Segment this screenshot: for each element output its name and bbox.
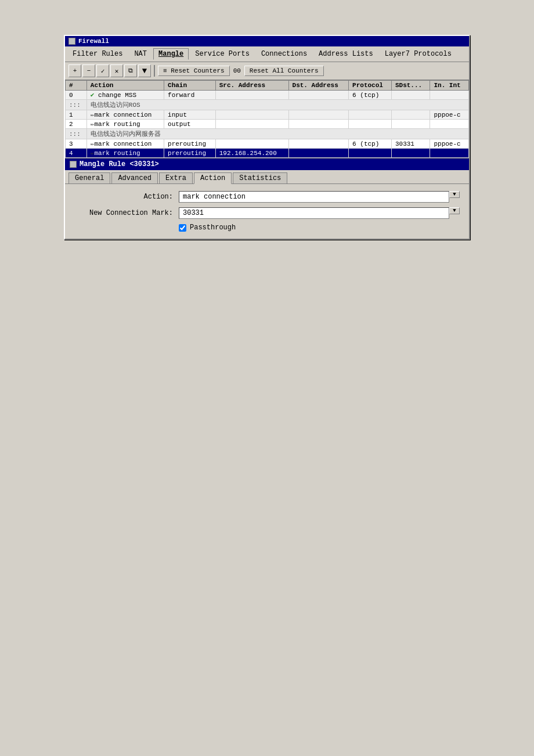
table-row[interactable]: 3 ✏mark connection prerouting 6 (tcp) 30…: [66, 139, 469, 149]
cell-src: [215, 120, 288, 129]
cell-protocol: 6 (tcp): [349, 91, 392, 100]
table-row-selected[interactable]: 4 ✏mark routing prerouting 192.168.254.2…: [66, 149, 469, 158]
cell-in-int: [430, 149, 469, 158]
reset-all-counters-button[interactable]: Reset All Counters: [244, 66, 324, 76]
passthrough-label: Passthrough: [190, 224, 236, 232]
menu-bar: Filter Rules NAT Mangle Service Ports Co…: [65, 46, 469, 62]
separator-label: 00: [231, 67, 243, 74]
table-row[interactable]: 0 ✔ change MSS forward 6 (tcp): [66, 91, 469, 100]
action-input[interactable]: [179, 191, 449, 203]
tab-detail-statistics[interactable]: Statistics: [233, 172, 287, 183]
cell-src: [215, 91, 288, 100]
cell-in-int: [430, 120, 469, 129]
cell-src: [215, 139, 288, 149]
rule-detail-panel: Mangle Rule <30331> General Advanced Ext…: [65, 159, 469, 239]
tab-nat[interactable]: NAT: [129, 48, 152, 60]
col-protocol: Protocol: [349, 81, 392, 91]
cell-dst: [288, 149, 349, 158]
tab-connections[interactable]: Connections: [256, 48, 312, 60]
col-num: #: [66, 81, 87, 91]
detail-tabs: General Advanced Extra Action Statistics: [65, 170, 469, 184]
new-connection-mark-row: New Connection Mark: ▼: [74, 207, 460, 219]
passthrough-checkbox[interactable]: [179, 224, 186, 232]
cell-num: 1: [66, 110, 87, 120]
cell-sdst: [391, 120, 430, 129]
reset-counters-button[interactable]: ≡ Reset Counters: [158, 66, 230, 76]
cell-chain: prerouting: [164, 139, 216, 149]
cell-sdst: [391, 149, 430, 158]
table-row[interactable]: 1 ✏mark connection input pppoe-c: [66, 110, 469, 120]
cell-protocol: [349, 120, 392, 129]
col-sdst: SDst...: [391, 81, 430, 91]
toolbar-separator: [154, 65, 155, 77]
toolbar: + − ✓ ✕ ⧉ ▼ ≡ Reset Counters 00 Reset Al…: [65, 62, 469, 80]
rule-detail-title-bar: Mangle Rule <30331>: [65, 159, 469, 170]
cell-chain: forward: [164, 91, 216, 100]
detail-content: Action: ▼ New Connection Mark: ▼ Passthr…: [65, 184, 469, 239]
cell-num: 3: [66, 139, 87, 149]
action-dropdown-btn[interactable]: ▼: [449, 191, 460, 198]
col-in-int: In. Int: [430, 81, 469, 91]
detail-window-icon: [70, 161, 77, 168]
new-connection-mark-label: New Connection Mark:: [74, 209, 179, 217]
cell-dst: [288, 120, 349, 129]
rules-table: # Action Chain Src. Address Dst. Address…: [65, 80, 469, 158]
tab-detail-extra[interactable]: Extra: [159, 172, 193, 183]
col-dst-address: Dst. Address: [288, 81, 349, 91]
cell-action: ✏mark connection: [86, 139, 164, 149]
cell-comment-sep: :::: [66, 100, 87, 110]
passthrough-row: Passthrough: [179, 224, 460, 232]
action-input-container: ▼: [179, 191, 460, 203]
tab-layer7-protocols[interactable]: Layer7 Protocols: [380, 48, 457, 60]
comment-row: ::: 电信线边访问内网服务器: [66, 129, 469, 139]
cell-sdst: [391, 110, 430, 120]
title-bar: Firewall: [65, 36, 469, 46]
cell-num: 4: [66, 149, 87, 158]
pencil-icon: ✏: [91, 141, 95, 147]
new-connection-mark-input[interactable]: [179, 207, 449, 219]
cell-protocol: 6 (tcp): [349, 139, 392, 149]
pencil-icon: ✏: [91, 111, 95, 118]
disable-button[interactable]: ✕: [110, 64, 123, 77]
cell-dst: [288, 110, 349, 120]
remove-button[interactable]: −: [82, 64, 95, 77]
cell-sdst: 30331: [391, 139, 430, 149]
col-action: Action: [86, 81, 164, 91]
table-row[interactable]: 2 ✏mark routing output: [66, 120, 469, 129]
cell-num: 2: [66, 120, 87, 129]
filter-button[interactable]: ▼: [138, 64, 151, 77]
add-button[interactable]: +: [68, 64, 81, 77]
tab-detail-action[interactable]: Action: [194, 172, 232, 184]
rules-table-container: # Action Chain Src. Address Dst. Address…: [65, 80, 469, 159]
cell-action: ✏mark routing: [86, 120, 164, 129]
cell-action: ✏mark connection: [86, 110, 164, 120]
cell-dst: [288, 91, 349, 100]
cell-in-int: pppoe-c: [430, 139, 469, 149]
rule-detail-title: Mangle Rule <30331>: [80, 160, 159, 168]
cell-src: 192.168.254.200: [215, 149, 288, 158]
action-label: Action:: [74, 193, 179, 201]
tab-mangle[interactable]: Mangle: [153, 48, 189, 60]
window-icon: [68, 38, 75, 45]
tab-address-lists[interactable]: Address Lists: [313, 48, 378, 60]
copy-button[interactable]: ⧉: [124, 64, 137, 77]
cell-comment-text: 电信线边访问ROS: [86, 100, 468, 110]
firewall-window: Firewall Filter Rules NAT Mangle Service…: [64, 35, 470, 240]
pencil-icon: ✏: [91, 150, 95, 157]
enable-button[interactable]: ✓: [96, 64, 109, 77]
pencil-icon: ✏: [91, 121, 95, 128]
cell-sdst: [391, 91, 430, 100]
tab-filter-rules[interactable]: Filter Rules: [67, 48, 128, 60]
cell-protocol: [349, 149, 392, 158]
tab-service-ports[interactable]: Service Ports: [190, 48, 255, 60]
cell-num: 0: [66, 91, 87, 100]
new-connection-mark-dropdown-btn[interactable]: ▼: [449, 207, 460, 214]
tab-detail-general[interactable]: General: [68, 172, 110, 183]
cell-chain: output: [164, 120, 216, 129]
new-connection-mark-input-container: ▼: [179, 207, 460, 219]
cell-in-int: pppoe-c: [430, 110, 469, 120]
cell-chain: input: [164, 110, 216, 120]
comment-row: ::: 电信线边访问ROS: [66, 100, 469, 110]
cell-action: ✔ change MSS: [86, 91, 164, 100]
tab-detail-advanced[interactable]: Advanced: [111, 172, 158, 183]
